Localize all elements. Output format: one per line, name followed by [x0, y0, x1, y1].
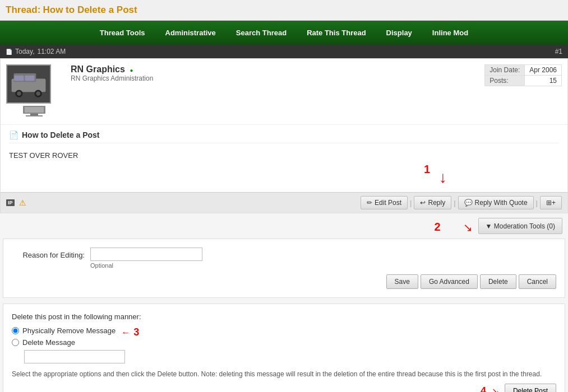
- nav-thread-tools[interactable]: Thread Tools: [90, 21, 155, 45]
- annotation-1: 1: [424, 163, 430, 176]
- post-action-right: ✏ Edit Post | ↩ Reply | 💬 Reply With Quo…: [361, 196, 562, 209]
- join-date-value: Apr 2006: [525, 65, 562, 76]
- svg-rect-11: [30, 114, 38, 115]
- post-container: RN Graphics ● RN Graphics Administration…: [0, 58, 568, 213]
- nav-bar: Thread Tools Administrative Search Threa…: [0, 21, 568, 45]
- nav-rate-thread[interactable]: Rate This Thread: [297, 21, 376, 45]
- post-title-link[interactable]: How to Delete a Post: [22, 130, 99, 139]
- cancel-button[interactable]: Cancel: [519, 274, 556, 289]
- page-title-link: How to Delete a Post: [43, 4, 137, 15]
- avatar-monitor-icon: [6, 106, 62, 119]
- annotation-1-area: 1 ↓: [9, 163, 559, 186]
- online-indicator: ●: [130, 67, 133, 73]
- post-action-bar: IP ⚠ ✏ Edit Post | ↩ Reply | 💬 Reply Wit…: [1, 192, 567, 213]
- delete-message-label: Delete Message: [22, 338, 75, 347]
- join-date-label: Join Date:: [485, 65, 525, 76]
- warn-icon[interactable]: ⚠: [19, 198, 26, 207]
- ip-icon[interactable]: IP: [6, 199, 15, 206]
- reason-for-editing-row: Reason for Editing: Optional: [12, 248, 556, 269]
- arrow-1: ↓: [9, 169, 559, 186]
- post-content: 📄 How to Delete a Post TEST OVER ROVER 1…: [1, 125, 567, 192]
- mod-tools-row: 2 ↘ ▼ Moderation Tools (0): [0, 213, 568, 239]
- form-buttons: Save Go Advanced Delete Cancel: [12, 274, 556, 289]
- page-title-bar: Thread: How to Delete a Post: [0, 0, 568, 21]
- nav-inline-mod[interactable]: Inline Mod: [422, 21, 478, 45]
- post-date-icon: 📄: [6, 49, 12, 55]
- post-meta-bar: 📄 Today, 11:02 AM #1: [0, 45, 568, 58]
- delete-post-button[interactable]: Delete Post: [505, 384, 556, 392]
- avatar-area: [6, 64, 62, 119]
- physically-remove-label: Physically Remove Message: [22, 326, 116, 335]
- annotation-2: 2: [434, 221, 440, 234]
- post-title-line: 📄 How to Delete a Post: [9, 130, 559, 143]
- edit-icon: ✏: [367, 199, 372, 207]
- multi-quote-button[interactable]: ⊞+: [540, 196, 562, 209]
- annotation-4: 4: [481, 385, 486, 393]
- post-body: TEST OVER ROVER: [9, 148, 559, 163]
- svg-rect-10: [25, 107, 44, 113]
- post-header: RN Graphics ● RN Graphics Administration…: [1, 59, 567, 125]
- delete-message-option: Delete Message: [12, 338, 556, 347]
- user-info: RN Graphics ● RN Graphics Administration: [71, 64, 476, 119]
- reason-input[interactable]: [90, 248, 202, 261]
- annotation-3: 3: [133, 326, 139, 338]
- post-number: #1: [555, 48, 562, 55]
- user-stats: Join Date: Apr 2006 Posts: 15: [484, 64, 562, 119]
- avatar: [6, 64, 51, 104]
- arrow-3: ←: [121, 328, 130, 338]
- post-date: Today,: [15, 48, 34, 55]
- edit-post-button[interactable]: ✏ Edit Post: [361, 196, 408, 209]
- post-time: 11:02 AM: [37, 48, 66, 55]
- posts-label: Posts:: [485, 76, 525, 86]
- page-title-prefix: Thread:: [6, 4, 40, 15]
- delete-title: Delete this post in the following manner…: [12, 312, 556, 321]
- username: RN Graphics ●: [71, 64, 476, 74]
- delete-reason-input[interactable]: [24, 350, 125, 363]
- multiquote-icon: ⊞+: [546, 199, 556, 207]
- delete-reason-area: [24, 350, 556, 363]
- svg-rect-12: [26, 115, 43, 116]
- reply-button[interactable]: ↩ Reply: [414, 196, 451, 209]
- svg-point-6: [36, 91, 40, 96]
- reason-input-area: Optional: [90, 248, 556, 269]
- delete-section: Delete this post in the following manner…: [3, 304, 565, 392]
- edit-form: Reason for Editing: Optional Save Go Adv…: [3, 239, 565, 298]
- delete-note: Select the appropriate options and then …: [12, 369, 556, 379]
- physically-remove-option: Physically Remove Message: [12, 326, 116, 335]
- optional-label: Optional: [90, 262, 556, 269]
- physically-remove-radio[interactable]: [12, 327, 19, 334]
- user-role: RN Graphics Administration: [71, 74, 476, 82]
- delete-post-row: 4 ↘ Delete Post: [12, 384, 556, 392]
- delete-message-radio[interactable]: [12, 339, 19, 346]
- nav-administrative[interactable]: Administrative: [155, 21, 226, 45]
- go-advanced-button[interactable]: Go Advanced: [421, 274, 478, 289]
- svg-point-4: [17, 91, 21, 96]
- post-title-icon: 📄: [9, 130, 19, 139]
- nav-search-thread[interactable]: Search Thread: [226, 21, 297, 45]
- moderation-tools-button[interactable]: ▼ Moderation Tools (0): [478, 218, 562, 234]
- quote-icon: 💬: [464, 199, 473, 207]
- post-timestamp: 📄 Today, 11:02 AM: [6, 48, 66, 55]
- save-button[interactable]: Save: [386, 274, 418, 289]
- svg-rect-8: [25, 76, 34, 81]
- arrow-4: ↘: [492, 386, 499, 393]
- posts-value: 15: [525, 76, 562, 86]
- nav-display[interactable]: Display: [376, 21, 422, 45]
- post-action-left: IP ⚠: [6, 198, 26, 207]
- reply-icon: ↩: [420, 199, 426, 207]
- svg-rect-7: [14, 76, 24, 81]
- reply-with-quote-button[interactable]: 💬 Reply With Quote: [458, 196, 534, 209]
- arrow-2: ↘: [463, 221, 473, 234]
- reason-label: Reason for Editing:: [12, 248, 85, 259]
- delete-button[interactable]: Delete: [480, 274, 516, 289]
- delete-option1-row: Physically Remove Message ← 3: [12, 326, 556, 338]
